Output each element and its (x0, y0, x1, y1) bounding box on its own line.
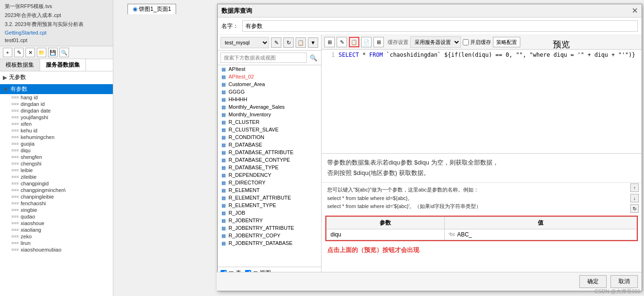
edit-conn-btn[interactable]: ✎ (271, 37, 281, 48)
leaf-zeko[interactable]: ≡≡≡zeko (0, 233, 113, 240)
table-item-relement-attr[interactable]: ▦R_ELEMENT_ATTRIBUTE (218, 194, 321, 201)
leaf-guojia[interactable]: ≡≡≡guojia (0, 140, 113, 147)
table-item-rcluster[interactable]: ▦R_CLUSTER (218, 118, 321, 126)
leaf-diqu[interactable]: ≡≡≡diqu (0, 147, 113, 154)
leaf-zileibie[interactable]: ≡≡≡zileibie (0, 174, 113, 180)
param-value: ABC_ (457, 231, 472, 238)
leaf-dingdan-id[interactable]: ≡≡≡dingdan id (0, 101, 113, 107)
leaf-dingdan-date[interactable]: ≡≡≡dingdan date (0, 107, 113, 114)
table-item-hhhhh[interactable]: ▦HHHHH (218, 96, 321, 103)
cancel-button[interactable]: 取消 (610, 275, 638, 288)
field-icon: ≡≡≡ (11, 227, 19, 232)
strategy-config-btn[interactable]: 策略配置 (493, 37, 520, 47)
table-item-rdatabase-attr[interactable]: ▦R_DATABASE_ATTRIBUTE (218, 148, 321, 156)
name-input[interactable] (242, 20, 638, 32)
file-item-3[interactable]: 3.2. 2023年费用预算与实际分析表 (3, 20, 110, 29)
ok-button[interactable]: 确定 (579, 275, 607, 288)
tab-server-dataset[interactable]: 服务器数据集 (40, 59, 86, 71)
file-item-1[interactable]: 第一张RFP5模板.tvs (3, 2, 110, 11)
edit-dataset-btn[interactable]: ✎ (14, 48, 24, 57)
delete-dataset-btn[interactable]: ✕ (25, 48, 35, 57)
dialog-titlebar: 数据库查询 ✕ (218, 4, 642, 17)
leaf-xiaoliang[interactable]: ≡≡≡xiaoliang (0, 226, 113, 233)
leaf-lirun[interactable]: ≡≡≡lirun (0, 240, 113, 246)
sql-btn1[interactable]: ⊞ (324, 37, 335, 47)
open-cache-input[interactable] (463, 39, 469, 45)
table-item-monthly-inv[interactable]: ▦Monthly_Inventory (218, 111, 321, 118)
scroll-up-btn[interactable]: ↑ (630, 183, 639, 192)
leaf-qudao[interactable]: ≡≡≡qudao (0, 213, 113, 220)
file-item-2[interactable]: 2023年合并收入成本.cpt (3, 11, 110, 20)
sql-btn5[interactable]: ⊞ (373, 37, 384, 47)
dialog-close-btn[interactable]: ✕ (632, 6, 638, 15)
table-item-rjobentry[interactable]: ▦R_JOBENTRY (218, 217, 321, 224)
search-icon[interactable]: 🔍 (309, 53, 318, 62)
table-item-rjobentry-db[interactable]: ▦R_JOBENTRY_DATABASE (218, 239, 321, 247)
more-conn-btn[interactable]: ▼ (308, 37, 318, 48)
annotation-box-1: 带参数的数据集表示若diqu参数 $diqu 为空，则获取全部数据， 否则按照 … (322, 154, 642, 183)
leaf-youjifangshi[interactable]: ≡≡≡youjifangshi (0, 114, 113, 121)
tab-template-dataset[interactable]: 模板数据集 (0, 59, 40, 71)
refresh-conn-btn[interactable]: ↻ (283, 37, 294, 48)
file-item-4[interactable]: GettingStarted.cpt (3, 29, 110, 36)
table-item-customer-area[interactable]: ▦Customer_Area (218, 80, 321, 88)
scroll-down-btn[interactable]: ↓ (630, 194, 639, 202)
sql-btn2[interactable]: ✎ (337, 37, 347, 47)
server-settings-select[interactable]: 采用服务器设置 (410, 36, 461, 48)
leaf-xiaoshouemubiao[interactable]: ≡≡≡xiaoshouemubiao (0, 246, 113, 253)
table-item-rcondition[interactable]: ▦R_CONDITION (218, 133, 321, 141)
refresh-scroll-btn[interactable]: ↻ (630, 204, 639, 213)
table-item-apitest[interactable]: ▦APItest (218, 65, 321, 73)
table-item-gggg[interactable]: ▦GGGG (218, 88, 321, 96)
file-item-5[interactable]: test01.cpt (3, 36, 110, 44)
leaf-leibie[interactable]: ≡≡≡leibie (0, 167, 113, 174)
param-value-cell[interactable]: ᵃbc ABC_ (444, 229, 636, 240)
sql-editor-area[interactable]: 1 SELECT * FROM `chaoshidingdan` ${if(le… (322, 50, 642, 154)
table-item-rdatabase[interactable]: ▦R_DATABASE (218, 141, 321, 148)
search-btn[interactable]: 🔍 (59, 48, 69, 57)
leaf-hang-id[interactable]: ≡≡≡hang id (0, 94, 113, 101)
leaf-shengfen[interactable]: ≡≡≡shengfen (0, 154, 113, 160)
leaf-xiaoshoue[interactable]: ≡≡≡xiaoshoue (0, 220, 113, 226)
table-item-relement-type[interactable]: ▦R_ELEMENT_TYPE (218, 201, 321, 209)
tree-header-no-params[interactable]: ▶ 无参数 (0, 72, 113, 82)
leaf-xingbie[interactable]: ≡≡≡xingbie (0, 207, 113, 213)
leaf-fenchaoshi[interactable]: ≡≡≡fenchaoshi (0, 200, 113, 207)
search-row: 🔍 (218, 51, 321, 65)
import-btn[interactable]: 📁 (37, 48, 46, 57)
preview-conn-btn[interactable]: 📋 (296, 37, 306, 48)
connection-row: test_mysql ✎ ↻ 📋 ▼ (218, 35, 321, 51)
save-btn[interactable]: 💾 (48, 48, 58, 57)
add-dataset-btn[interactable]: + (3, 48, 12, 57)
sql-btn4[interactable]: 📄 (361, 37, 372, 47)
sql-preview-btn[interactable]: 📋 (349, 37, 359, 47)
table-search-input[interactable] (220, 52, 307, 63)
pie-chart-tab[interactable]: ◉ 饼图1_页面1 (127, 4, 176, 14)
field-icon: ≡≡≡ (11, 168, 19, 173)
table-item-monthly-avg[interactable]: ▦Monthly_Average_Sales (218, 103, 321, 111)
table-item-relement[interactable]: ▦R_ELEMENT (218, 186, 321, 194)
group-no-params: ▶ 无参数 (0, 71, 113, 83)
field-icon: ≡≡≡ (11, 241, 19, 245)
table-item-rdatabase-contype[interactable]: ▦R_DATABASE_CONTYPE (218, 156, 321, 164)
table-item-rjobentry-copy[interactable]: ▦R_JOBENTRY_COPY (218, 232, 321, 239)
annotation-text-1: 带参数的数据集表示若diqu参数 $diqu 为空，则获取全部数据， (327, 157, 636, 168)
connection-select[interactable]: test_mysql (220, 37, 269, 48)
table-item-apitest02[interactable]: ▦APItest_02 (218, 73, 321, 80)
table-item-rdirectory[interactable]: ▦R_DIRECTORY (218, 179, 321, 186)
table-icon: ▦ (221, 150, 226, 155)
leaf-chengshi[interactable]: ≡≡≡chengshi (0, 160, 113, 167)
table-icon: ▦ (221, 218, 226, 223)
table-item-rcluster-slave[interactable]: ▦R_CLUSTER_SLAVE (218, 126, 321, 133)
leaf-chanpingleibie[interactable]: ≡≡≡chanpingleibie (0, 193, 113, 200)
table-item-rjob[interactable]: ▦R_JOB (218, 209, 321, 217)
leaf-changpingid[interactable]: ≡≡≡changpingid (0, 180, 113, 187)
table-item-rdependency[interactable]: ▦R_DEPENDENCY (218, 171, 321, 179)
table-item-rdatabase-type[interactable]: ▦R_DATABASE_TYPE (218, 164, 321, 171)
leaf-xifen[interactable]: ≡≡≡xifen (0, 121, 113, 127)
leaf-kehu-id[interactable]: ≡≡≡kehu id (0, 127, 113, 134)
tree-header-with-params[interactable]: ▼ 有参数 (0, 84, 113, 94)
leaf-changpingminchen[interactable]: ≡≡≡changpingminchen\ (0, 187, 113, 193)
leaf-kehumingchen[interactable]: ≡≡≡kehumingchen (0, 134, 113, 140)
table-item-rjobentry-attr[interactable]: ▦R_JOBENTRY_ATTRIBUTE (218, 224, 321, 232)
